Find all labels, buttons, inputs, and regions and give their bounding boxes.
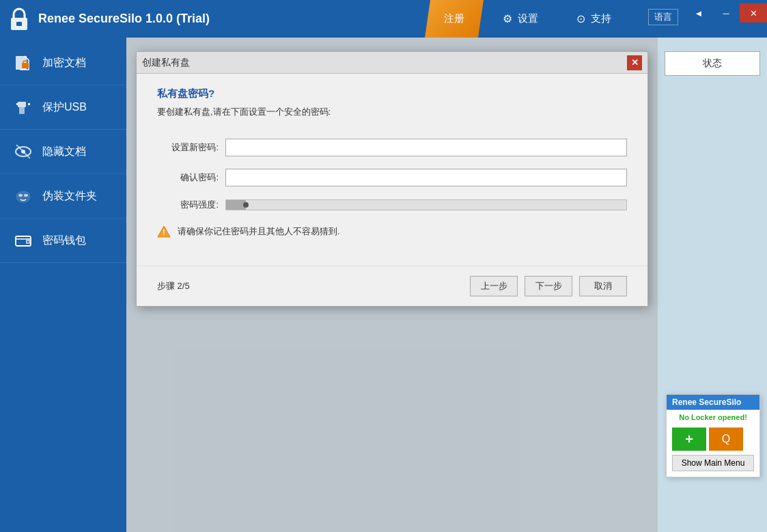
hide-doc-icon — [14, 142, 33, 161]
sidebar-item-hide-doc[interactable]: 隐藏文档 — [0, 130, 126, 174]
svg-rect-8 — [16, 103, 18, 105]
svg-point-15 — [24, 194, 28, 197]
confirm-password-row: 确认密码: — [157, 169, 627, 186]
strength-dot — [243, 202, 249, 208]
nav-support-label: 支持 — [591, 12, 611, 25]
tray-action-buttons: + Q — [667, 425, 759, 455]
nav-register-label: 注册 — [444, 12, 464, 25]
svg-point-2 — [18, 22, 20, 25]
tray-search-button[interactable]: Q — [709, 428, 743, 451]
sidebar-label-protect-usb: 保护USB — [42, 100, 87, 115]
encrypt-doc-icon — [14, 53, 33, 72]
dialog-close-button[interactable]: ✕ — [627, 55, 642, 70]
content-area: 创建私有盘 ✕ 私有盘密码? 要创建私有盘,请在下面设置一个安全的密码: 设置新… — [126, 38, 658, 532]
status-box: 状态 — [665, 51, 760, 76]
password-strength-label: 密码强度: — [157, 199, 219, 211]
dialog-section-title: 私有盘密码? — [157, 87, 627, 100]
window-controls: ◄ ─ ✕ — [685, 0, 767, 38]
tray-popup-title: Renee SecureSilo — [667, 395, 759, 410]
show-main-menu-button[interactable]: Show Main Menu — [672, 455, 754, 471]
sidebar-item-protect-usb[interactable]: 保护USB — [0, 85, 126, 130]
tray-add-button[interactable]: + — [672, 428, 706, 451]
new-password-row: 设置新密码: — [157, 139, 627, 156]
sidebar-item-disguise-folder[interactable]: 伪装文件夹 — [0, 174, 126, 219]
dialog-title: 创建私有盘 — [142, 57, 190, 69]
sidebar-label-password-wallet: 密码钱包 — [42, 234, 86, 248]
svg-point-18 — [27, 241, 29, 242]
sidebar-item-password-wallet[interactable]: 密码钱包 — [0, 219, 126, 263]
new-password-input[interactable] — [225, 139, 627, 156]
svg-point-14 — [18, 194, 23, 197]
right-panel: 状态 Renee SecureSilo No Locker opened! + … — [658, 38, 767, 532]
confirm-password-label: 确认密码: — [157, 171, 219, 184]
footer-buttons: 上一步 下一步 取消 — [470, 276, 627, 296]
nav-register[interactable]: 注册 — [425, 0, 484, 38]
dialog-subtitle: 要创建私有盘,请在下面设置一个安全的密码: — [157, 106, 627, 118]
dialog-body: 私有盘密码? 要创建私有盘,请在下面设置一个安全的密码: 设置新密码: 确认密码… — [137, 74, 647, 266]
svg-text:!: ! — [163, 229, 165, 236]
main-layout: 加密文档 保护USB 隐藏文档 — [0, 38, 767, 532]
back-button[interactable]: ◄ — [685, 3, 712, 23]
nav-settings-label: 设置 — [518, 12, 538, 25]
warning-text: 请确保你记住密码并且其他人不容易猜到. — [178, 225, 340, 238]
sidebar-label-disguise-folder: 伪装文件夹 — [42, 189, 97, 204]
confirm-password-input[interactable] — [225, 169, 627, 186]
top-nav: 注册 ⚙ 设置 ⊙ 支持 — [425, 0, 630, 38]
prev-step-button[interactable]: 上一步 — [470, 276, 518, 296]
svg-rect-4 — [22, 63, 29, 68]
dialog-titlebar: 创建私有盘 ✕ — [137, 52, 647, 74]
disguise-folder-icon — [14, 186, 33, 206]
cancel-button[interactable]: 取消 — [579, 276, 627, 296]
sidebar-label-hide-doc: 隐藏文档 — [42, 145, 86, 159]
gear-icon: ⚙ — [503, 12, 512, 25]
status-label: 状态 — [703, 57, 722, 68]
protect-usb-icon — [14, 98, 33, 117]
modal-overlay: 创建私有盘 ✕ 私有盘密码? 要创建私有盘,请在下面设置一个安全的密码: 设置新… — [126, 38, 658, 532]
new-password-label: 设置新密码: — [157, 141, 219, 154]
title-bar: Renee SecureSilo 1.0.0 (Trial) 注册 ⚙ 设置 ⊙… — [0, 0, 767, 38]
minimize-button[interactable]: ─ — [712, 3, 740, 23]
language-button[interactable]: 语言 — [648, 9, 678, 25]
svg-rect-9 — [28, 103, 30, 105]
sidebar-label-encrypt-doc: 加密文档 — [42, 56, 86, 70]
warning-icon: ! — [157, 225, 171, 238]
nav-support[interactable]: ⊙ 支持 — [557, 0, 630, 38]
dialog-footer: 步骤 2/5 上一步 下一步 取消 — [137, 266, 647, 306]
tray-popup: Renee SecureSilo No Locker opened! + Q S… — [666, 394, 760, 477]
close-button[interactable]: ✕ — [740, 3, 767, 23]
create-private-disk-dialog: 创建私有盘 ✕ 私有盘密码? 要创建私有盘,请在下面设置一个安全的密码: 设置新… — [136, 51, 648, 307]
sidebar-item-encrypt-doc[interactable]: 加密文档 — [0, 41, 126, 85]
password-strength-bar — [225, 199, 627, 210]
svg-rect-6 — [18, 102, 26, 107]
sidebar: 加密文档 保护USB 隐藏文档 — [0, 38, 126, 532]
warning-row: ! 请确保你记住密码并且其他人不容易猜到. — [157, 225, 627, 238]
support-icon: ⊙ — [576, 12, 585, 25]
step-info: 步骤 2/5 — [157, 280, 190, 292]
password-wallet-icon — [14, 231, 33, 250]
next-step-button[interactable]: 下一步 — [525, 276, 572, 296]
nav-settings[interactable]: ⚙ 设置 — [484, 0, 557, 38]
app-logo-icon — [7, 7, 31, 31]
password-strength-row: 密码强度: — [157, 199, 627, 211]
svg-rect-7 — [19, 107, 25, 114]
tray-no-locker-text: No Locker opened! — [667, 410, 759, 425]
